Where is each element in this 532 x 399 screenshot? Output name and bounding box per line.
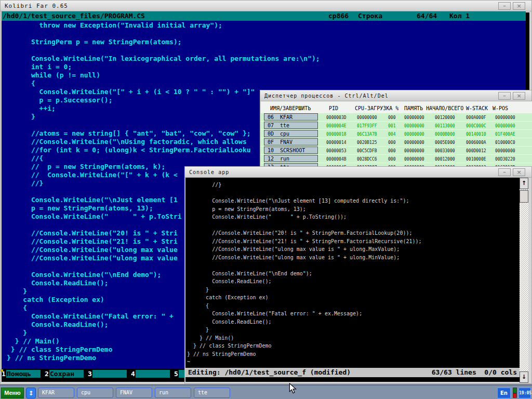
far-window-title: Kolibri Far 0.65 xyxy=(5,3,68,9)
taskbar-task-button[interactable]: FNAV xyxy=(116,388,152,398)
close-icon[interactable]: × xyxy=(513,92,525,100)
process-slot: 07 xyxy=(268,123,274,128)
process-wstack: 00140010 xyxy=(466,132,486,137)
function-key[interactable]: 3 xyxy=(88,370,127,378)
process-kill-button[interactable]: 07 tte xyxy=(264,122,318,129)
mouse-cursor-icon xyxy=(289,383,297,394)
scrollbar-thumb[interactable] xyxy=(520,190,528,203)
line-value: 64/64 xyxy=(417,11,437,21)
function-key-number: 5 xyxy=(174,370,179,378)
process-pid: 00000014 xyxy=(326,140,347,145)
process-cpu-usage: 00C5CDFB xyxy=(357,149,377,153)
process-name: tte xyxy=(280,123,289,128)
process-kill-button[interactable]: 06 KFAR xyxy=(264,113,318,121)
process-wpos: 01F400AE xyxy=(495,132,515,137)
process-memory-start: 00000000 xyxy=(404,132,424,137)
process-kill-button[interactable]: 0F FNAV xyxy=(264,138,318,145)
taskbar-task-button[interactable]: run xyxy=(155,388,191,398)
function-key-label: Помощь xyxy=(6,370,41,378)
process-name: FNAV xyxy=(280,139,292,145)
menu-button[interactable]: Меню xyxy=(1,388,24,398)
process-memory-total: 00120000 xyxy=(435,115,455,120)
process-cpu-percent: 000 xyxy=(388,115,395,120)
process-cpu-usage: 0028DCC6 xyxy=(357,157,377,162)
process-memory-start: 00000000 xyxy=(404,149,424,153)
function-key-label xyxy=(136,370,170,378)
process-kill-button[interactable]: 0D cpu xyxy=(264,130,318,137)
taskbar: Меню ↕ KFAR cpu FNAV run tte En 19:05 xyxy=(0,384,532,399)
process-pid: 0000004E xyxy=(326,124,347,128)
process-slot: 12 xyxy=(268,156,274,162)
editor-cursor xyxy=(1,369,3,371)
function-key[interactable]: 1 Помощь xyxy=(2,370,41,378)
process-slot: 0F xyxy=(268,139,274,145)
process-manager-titlebar[interactable]: Диспетчер процессов - Ctrl/Alt/Del – × xyxy=(260,90,531,101)
console-titlebar[interactable]: Console app – × xyxy=(185,167,531,178)
header-cpu: CPU-ЗАГРУЗКА % xyxy=(355,105,398,111)
status-position: 63/63 lines 0/0 cols xyxy=(432,368,517,377)
taskbar-clock: 19:05 xyxy=(518,388,531,398)
process-cpu-usage: 017F93FF xyxy=(357,124,377,128)
language-indicator[interactable]: En xyxy=(497,388,511,398)
process-cpu-usage: 0020B125 xyxy=(357,140,377,145)
process-pid: 00000018 xyxy=(326,132,347,137)
function-key[interactable]: 2 Сохран xyxy=(45,370,84,378)
minimize-icon[interactable]: – xyxy=(498,168,511,176)
process-memory-total: 0000B000 xyxy=(435,132,455,137)
process-wpos: 00000000 xyxy=(495,115,515,120)
function-key[interactable]: 4 xyxy=(131,370,170,378)
taskbar-task-button[interactable]: cpu xyxy=(77,388,113,398)
process-table-rows: 06 KFAR 0000003D 00000000 000 00000000 0… xyxy=(261,113,532,168)
process-name: KFAR xyxy=(280,114,292,120)
process-cpu-percent: 000 xyxy=(388,149,395,153)
close-icon[interactable]: × xyxy=(513,2,525,10)
minimize-icon[interactable]: – xyxy=(498,92,511,100)
console-scrollbar[interactable]: ↑ ↓ xyxy=(520,178,528,383)
process-memory-total: 0005E000 xyxy=(435,140,455,145)
process-memory-start: 00000000 xyxy=(404,157,424,162)
process-memory-total: 00113000 xyxy=(435,124,455,128)
console-window-title: Console app xyxy=(189,169,229,175)
scroll-down-icon[interactable]: ↓ xyxy=(520,371,528,383)
process-row: 06 KFAR 0000003D 00000000 000 00000000 0… xyxy=(261,113,532,121)
updown-arrow-icon[interactable]: ↕ xyxy=(26,388,36,398)
far-window-buttons: – × xyxy=(498,2,525,10)
process-manager-window-buttons: – × xyxy=(498,92,525,100)
taskbar-task-button[interactable]: tte xyxy=(194,388,230,398)
close-icon[interactable]: × xyxy=(513,168,525,176)
process-cpu-percent: 001 xyxy=(388,124,395,128)
process-memory-start: 00000000 xyxy=(404,140,424,145)
console-output[interactable]: //} Console.WriteLine("\nJust element [1… xyxy=(185,178,520,382)
console-status-bar: Editing: /hd0/1/test_source_f (modified)… xyxy=(185,368,520,377)
led-red xyxy=(513,394,516,397)
function-key-number: 3 xyxy=(88,370,92,378)
process-row: 0D cpu 00000018 06C13A7B 004 00000000 00… xyxy=(261,130,532,138)
process-wstack: 0010000E xyxy=(466,157,486,162)
encoding-label: cp866 xyxy=(328,11,349,21)
console-window: Console app – × //} Console.WriteLine("\… xyxy=(184,166,532,384)
far-infobar: /hd0/1/test_source_files/PROGRAM.CS cp86… xyxy=(2,11,526,21)
header-name: ИМЯ/ЗАВЕРШИТЬ xyxy=(270,105,311,111)
file-path: /hd0/1/test_source_files/PROGRAM.CS xyxy=(3,11,145,21)
process-cpu-usage: 00000000 xyxy=(357,115,377,120)
minimize-icon[interactable]: – xyxy=(498,2,511,10)
process-kill-button[interactable]: 12 run xyxy=(264,155,318,162)
process-wstack: 000D0012 xyxy=(466,149,486,153)
process-table: ИМЯ/ЗАВЕРШИТЬ PID CPU-ЗАГРУЗКА % ПАМЯТЬ … xyxy=(261,101,532,168)
taskbar-task-button[interactable]: KFAR xyxy=(38,388,74,398)
function-key-number: 4 xyxy=(131,370,136,378)
console-window-buttons: – × xyxy=(498,168,525,176)
scroll-up-icon[interactable]: ↑ xyxy=(520,178,528,189)
process-wpos: 00000000 xyxy=(495,124,515,128)
header-pid: PID xyxy=(329,105,338,111)
console-output-text: //} Console.WriteLine("\nJust element [1… xyxy=(185,178,520,366)
process-row: 10 SCRSHOOT 00000053 00C5CDFB 000 000000… xyxy=(261,147,532,154)
status-editing: Editing: /hd0/1/test_source_f (modified) xyxy=(188,368,351,377)
far-titlebar[interactable]: Kolibri Far 0.65 – × xyxy=(1,1,531,11)
process-memory-total: 00012000 xyxy=(435,157,455,162)
process-memory-start: 00000000 xyxy=(404,115,424,120)
process-kill-button[interactable]: 10 SCRSHOOT xyxy=(264,147,318,154)
process-memory-start: 00000000 xyxy=(404,124,424,128)
process-cpu-usage: 06C13A7B xyxy=(357,132,377,137)
function-key-number: 2 xyxy=(45,370,49,378)
